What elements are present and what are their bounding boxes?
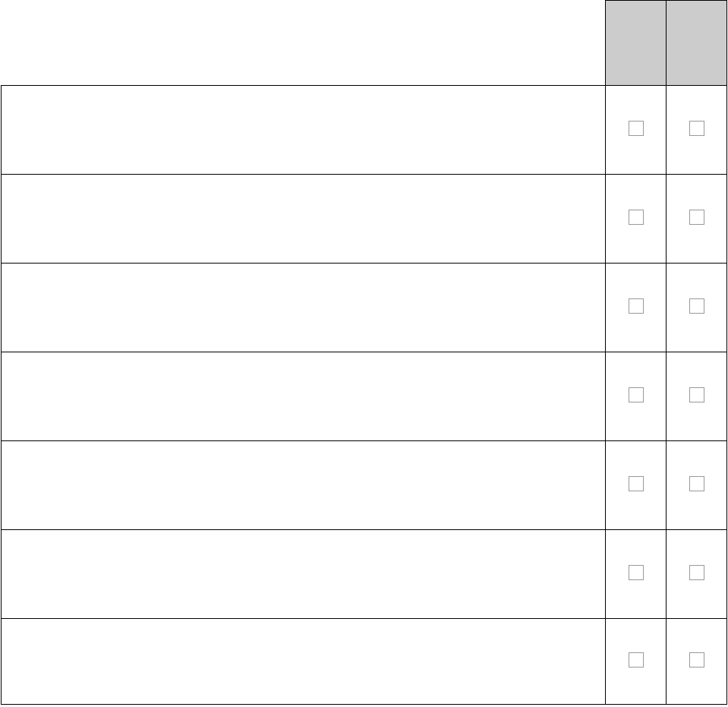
check-cell xyxy=(606,352,667,441)
table-row xyxy=(2,441,727,530)
table-row xyxy=(2,352,727,441)
check-cell xyxy=(606,619,667,705)
checkbox[interactable] xyxy=(629,121,644,136)
check-cell xyxy=(606,175,667,264)
check-cell xyxy=(606,264,667,352)
checkbox[interactable] xyxy=(689,652,704,668)
check-cell xyxy=(667,86,727,175)
checkbox[interactable] xyxy=(689,565,704,580)
table-row xyxy=(2,86,727,175)
checkbox[interactable] xyxy=(689,387,704,402)
check-cell xyxy=(606,86,667,175)
row-label xyxy=(2,441,606,530)
check-cell xyxy=(667,264,727,352)
checkbox[interactable] xyxy=(629,565,644,580)
check-cell xyxy=(667,175,727,264)
check-cell xyxy=(667,619,727,705)
table-row xyxy=(2,619,727,705)
check-cell xyxy=(667,441,727,530)
check-cell xyxy=(606,441,667,530)
checkbox[interactable] xyxy=(689,298,704,314)
header-col-1 xyxy=(606,1,667,86)
checklist-table xyxy=(1,0,727,705)
header-label-cell xyxy=(2,1,606,86)
check-cell xyxy=(606,530,667,619)
row-label xyxy=(2,264,606,352)
row-label xyxy=(2,86,606,175)
checkbox[interactable] xyxy=(689,121,704,136)
row-label xyxy=(2,175,606,264)
row-label xyxy=(2,352,606,441)
table-row xyxy=(2,175,727,264)
checkbox[interactable] xyxy=(629,652,644,668)
row-label xyxy=(2,619,606,705)
checkbox[interactable] xyxy=(689,210,704,225)
checkbox[interactable] xyxy=(629,476,644,491)
header-row xyxy=(2,1,727,86)
check-cell xyxy=(667,352,727,441)
checkbox[interactable] xyxy=(629,210,644,225)
checkbox[interactable] xyxy=(689,476,704,491)
table-row xyxy=(2,530,727,619)
checkbox[interactable] xyxy=(629,298,644,314)
table-row xyxy=(2,264,727,352)
row-label xyxy=(2,530,606,619)
check-cell xyxy=(667,530,727,619)
header-col-2 xyxy=(667,1,727,86)
checkbox[interactable] xyxy=(629,387,644,402)
